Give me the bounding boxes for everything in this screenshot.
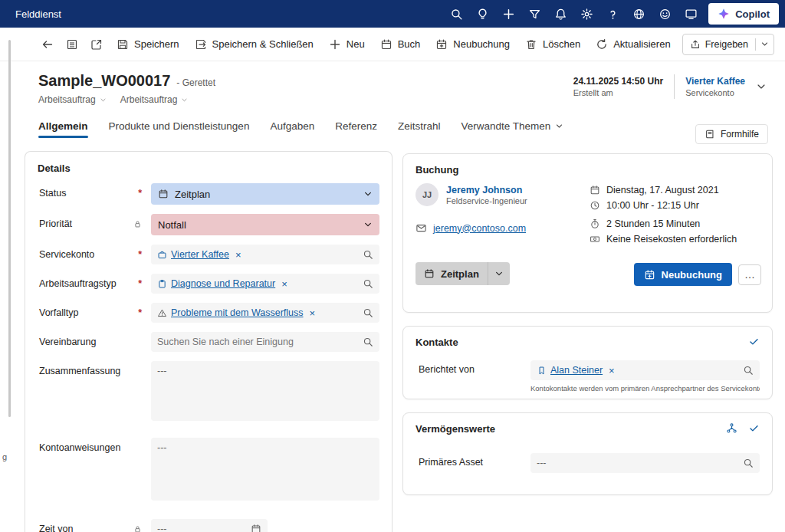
- refresh-button[interactable]: Aktualisieren: [588, 32, 678, 57]
- work-order-type-lookup[interactable]: Diagnose und Reparatur ×: [151, 274, 379, 294]
- tab-aufgaben[interactable]: Aufgaben: [270, 120, 314, 132]
- tab-zeitstrahl[interactable]: Zeitstrahl: [398, 120, 441, 132]
- summary-textarea[interactable]: ---: [151, 361, 379, 421]
- service-account-link[interactable]: Vierter Kaffee: [685, 76, 745, 87]
- back-button[interactable]: [35, 32, 60, 57]
- header-expand-chevron[interactable]: [756, 81, 767, 92]
- promised-time-datefield[interactable]: ---: [151, 519, 268, 532]
- delete-button[interactable]: Löschen: [517, 32, 588, 57]
- form-help-button[interactable]: Formhilfe: [695, 124, 768, 144]
- status-field-row: Status* Zeitplan: [38, 183, 379, 205]
- calendar-icon[interactable]: [251, 524, 261, 532]
- briefcase-icon: [157, 250, 167, 260]
- contacts-section: Kontakte Berichtet von Alan Steiner × Ko…: [402, 326, 773, 399]
- calendar-icon: [424, 268, 435, 279]
- more-commands-button[interactable]: …: [738, 264, 761, 285]
- copilot-button[interactable]: Copilot: [708, 3, 779, 25]
- remove-icon[interactable]: ×: [310, 308, 316, 318]
- bell-icon[interactable]: [547, 0, 573, 28]
- booking-duration-row: 2 Stunden 15 Minuten: [590, 218, 737, 229]
- avatar[interactable]: JJ: [415, 183, 438, 206]
- list-icon: [66, 38, 78, 51]
- contact-link[interactable]: Alan Steiner: [550, 365, 603, 376]
- chevron-down-icon[interactable]: [181, 97, 188, 103]
- header-fields: 24.11.2025 14:50 Uhr Erstellt am Vierter…: [573, 72, 767, 99]
- checkmark-icon[interactable]: [748, 422, 760, 434]
- booking-time-row: 10:00 Uhr - 12:15 Uhr: [590, 200, 737, 211]
- checkmark-icon[interactable]: [748, 336, 760, 347]
- resource-email-row: jeremy@contoso.com: [415, 222, 526, 234]
- book-icon: [705, 129, 715, 140]
- lock-icon: [133, 218, 142, 228]
- email-link[interactable]: jeremy@contoso.com: [433, 223, 526, 234]
- search-icon[interactable]: [363, 249, 373, 260]
- save-and-close-button[interactable]: Speichern & Schließen: [187, 32, 321, 57]
- globe-icon[interactable]: [626, 0, 652, 28]
- rebook-button[interactable]: Neubuchung: [428, 32, 517, 57]
- search-icon[interactable]: [743, 365, 754, 376]
- filter-icon[interactable]: [521, 0, 547, 28]
- command-bar: Speichern Speichern & Schließen Neu Buch…: [0, 28, 785, 61]
- priority-optionset[interactable]: Notfall: [151, 214, 379, 235]
- show-list-button[interactable]: [60, 32, 84, 57]
- chevron-down-icon[interactable]: [363, 189, 373, 199]
- tab-produkte-und-dienstleistungen[interactable]: Produkte und Dienstleistungen: [109, 120, 250, 132]
- share-chevron-icon[interactable]: [756, 40, 774, 48]
- agreement-input[interactable]: [157, 337, 360, 347]
- instructions-textarea[interactable]: ---: [151, 438, 379, 501]
- calendar-icon: [590, 185, 600, 195]
- save-button[interactable]: Speichern: [109, 32, 187, 57]
- primary-asset-lookup[interactable]: ---: [530, 453, 760, 473]
- feedback-smiley-icon[interactable]: [652, 0, 678, 28]
- resource-name-link[interactable]: Jeremy Johnson: [446, 185, 527, 195]
- incident-type-lookup[interactable]: Probleme mit dem Wasserfluss ×: [151, 303, 379, 323]
- tab-referenz[interactable]: Referenz: [335, 120, 377, 132]
- book-button[interactable]: Buch: [373, 32, 429, 57]
- form-tabs: Allgemein Produkte und Dienstleistungen …: [38, 116, 563, 136]
- remove-icon[interactable]: ×: [281, 279, 287, 289]
- search-icon[interactable]: [363, 337, 373, 347]
- chevron-down-icon[interactable]: [363, 220, 373, 229]
- page-title: Sample_WO00017: [38, 72, 170, 90]
- quick-create-plus-icon[interactable]: [495, 0, 521, 28]
- rebook-primary-button[interactable]: Neubuchung: [634, 263, 732, 286]
- reported-by-lookup[interactable]: Alan Steiner ×: [530, 360, 760, 380]
- remove-icon[interactable]: ×: [235, 250, 241, 260]
- calendar-icon: [158, 189, 169, 199]
- left-scrollbar[interactable]: [8, 40, 11, 417]
- lightbulb-icon[interactable]: [469, 0, 495, 28]
- form-selector[interactable]: Arbeitsauftrag: [120, 94, 178, 105]
- agreement-lookup[interactable]: [151, 332, 379, 352]
- tab-verwandte-themen[interactable]: Verwandte Themen: [461, 120, 564, 132]
- service-account-link[interactable]: Vierter Kaffee: [171, 249, 229, 260]
- devices-icon[interactable]: [678, 0, 704, 28]
- search-icon[interactable]: [743, 458, 754, 468]
- booking-travel-row: Keine Reisekosten erforderlich: [590, 234, 737, 245]
- incident-type-link[interactable]: Probleme mit dem Wasserfluss: [171, 307, 304, 318]
- hierarchy-icon[interactable]: [726, 422, 737, 434]
- service-account-lookup[interactable]: Vierter Kaffee ×: [151, 245, 379, 264]
- new-button[interactable]: Neu: [321, 32, 373, 57]
- remove-icon[interactable]: ×: [609, 366, 615, 376]
- money-icon: [590, 234, 600, 245]
- open-in-new-window-button[interactable]: [84, 32, 109, 57]
- service-account-field-row: Servicekonto* Vierter Kaffee ×: [38, 245, 379, 264]
- assets-title: Vermögenswerte: [415, 423, 495, 435]
- search-icon[interactable]: [363, 307, 373, 318]
- search-icon[interactable]: [443, 0, 469, 28]
- chevron-down-icon[interactable]: [488, 269, 510, 278]
- promised-time-field-row: Zeit von versprochener ---: [38, 519, 379, 532]
- booking-status-dropdown[interactable]: Zeitplan: [415, 262, 510, 285]
- search-icon[interactable]: [363, 278, 373, 289]
- help-icon[interactable]: [599, 0, 626, 28]
- work-order-type-link[interactable]: Diagnose und Reparatur: [171, 278, 275, 289]
- share-button[interactable]: Freigeben: [682, 34, 774, 55]
- created-on-label: Erstellt am: [573, 88, 663, 97]
- gear-icon[interactable]: [573, 0, 599, 28]
- chevron-down-icon[interactable]: [100, 97, 107, 103]
- status-optionset[interactable]: Zeitplan: [151, 183, 379, 205]
- tab-allgemein[interactable]: Allgemein: [38, 120, 88, 132]
- lookup-pill: Probleme mit dem Wasserfluss ×: [157, 307, 315, 318]
- mail-icon: [415, 222, 427, 234]
- app-title[interactable]: Felddienst: [15, 8, 61, 20]
